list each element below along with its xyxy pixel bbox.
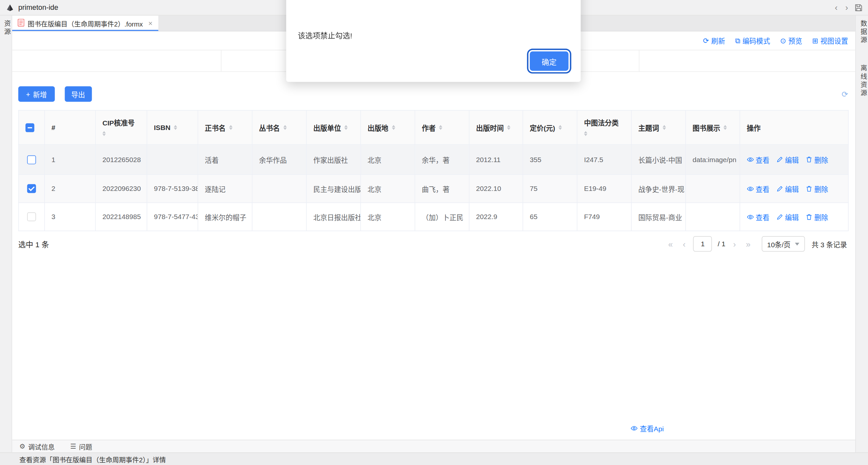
column-label: 正书名 [205,122,225,133]
cell-actions: 查看编辑删除 [740,174,848,203]
sort-icon[interactable] [559,123,562,132]
delete-link[interactable]: 删除 [805,211,828,222]
edit-link[interactable]: 编辑 [776,154,799,165]
column-label: 出版时间 [476,122,503,133]
close-icon[interactable]: × [149,19,153,27]
edit-link[interactable]: 编辑 [776,184,799,194]
form-file-icon [18,19,24,28]
column-header-clc[interactable]: 中图法分类 [577,110,632,145]
row-checkbox[interactable] [27,184,36,193]
select-all-checkbox[interactable] [26,123,34,132]
column-header-author[interactable]: 作者 [415,110,469,145]
right-rail: 数据源 离线资源 [855,15,868,452]
cell-author: 余华，著 [415,145,469,174]
edit-link[interactable]: 编辑 [776,211,799,222]
row-actions: 查看编辑删除 [747,154,841,165]
cell-isbn [147,145,198,174]
gear-icon: ⚙ [19,443,25,450]
cell-clc: F749 [577,203,632,231]
problems-button[interactable]: ☰ 问题 [70,441,92,451]
cell-cip: 2022148985 [95,203,147,231]
column-header-date[interactable]: 出版时间 [469,110,523,145]
toolbar-view-settings-button[interactable]: ⊞视图设置 [812,35,848,46]
sort-icon[interactable] [174,123,177,132]
chevron-down-icon [795,243,800,247]
first-page-button[interactable]: « [666,240,675,248]
column-header-isbn[interactable]: ISBN [147,110,198,145]
prev-page-button[interactable]: ‹ [681,240,688,248]
cell-isbn: 978-7-5139-38 [147,174,198,203]
delete-link[interactable]: 删除 [805,154,828,165]
app-logo-icon [6,3,14,12]
sidebar-item-resources[interactable]: 资源 [0,17,11,40]
sort-icon[interactable] [283,123,286,132]
tab-form-editor[interactable]: 图书在版编目（生命周期事件2）.formx × [12,15,158,31]
toolbar-refresh-button[interactable]: ⟳刷新 [703,35,725,46]
toolbar-label: 编码模式 [742,35,770,46]
last-page-button[interactable]: » [744,240,753,248]
cell-actions: 查看编辑删除 [740,145,848,174]
nav-forward-button[interactable]: › [844,3,849,11]
view-link[interactable]: 查看 [747,211,769,222]
sort-icon[interactable] [584,129,587,138]
column-header-image[interactable]: 图书展示 [686,110,740,145]
view-link[interactable]: 查看 [747,184,769,194]
sidebar-item-offline-resources[interactable]: 离线资源 [856,61,868,101]
column-header-price[interactable]: 定价(元) [523,110,577,145]
toolbar-preview-button[interactable]: ⊙预览 [780,35,802,46]
cell-publisher: 北京日报出版社 [307,203,361,231]
sort-icon[interactable] [662,123,666,132]
view-api-link[interactable]: 查看Api [630,423,663,434]
column-label: 图书展示 [693,122,720,133]
ok-button[interactable]: 确定 [530,52,568,71]
column-header-publisher[interactable]: 出版单位 [307,110,361,145]
table-row: 22022096230978-7-5139-38逐陆记民主与建设出版北京曲飞，著… [19,174,848,203]
tab-label: 图书在版编目（生命周期事件2）.formx [28,19,143,28]
refresh-icon: ⟳ [703,37,709,44]
cell-index: 2 [44,174,95,203]
sort-icon[interactable] [392,123,395,132]
table-refresh-icon[interactable]: ⟳ [841,90,848,98]
alert-dialog: 该选项禁止勾选! 确定 [286,0,581,82]
row-checkbox[interactable] [27,212,36,221]
toolbar-code-mode-button[interactable]: ⧉编码模式 [735,35,770,46]
column-label: # [52,124,55,131]
column-header-title[interactable]: 正书名 [198,110,252,145]
column-label: 主题词 [638,122,659,133]
action-label: 编辑 [785,184,799,194]
column-header-subject[interactable]: 主题词 [631,110,686,145]
sort-icon[interactable] [723,123,727,132]
sort-icon[interactable] [102,129,105,138]
cell-select [19,174,44,203]
next-page-button[interactable]: › [731,240,738,248]
delete-link[interactable]: 删除 [805,184,828,194]
cell-price: 75 [523,174,577,203]
cell-image [686,203,740,231]
eye-icon [747,156,754,163]
column-header-place[interactable]: 出版地 [361,110,415,145]
cell-subject: 国际贸易-商业 [631,203,686,231]
export-button[interactable]: 导出 [65,86,92,101]
save-icon[interactable] [855,4,862,11]
view-link[interactable]: 查看 [747,154,769,165]
left-rail: 资源 [0,15,12,452]
action-label: 删除 [814,211,828,222]
sort-icon[interactable] [507,123,510,132]
add-button[interactable]: + 新增 [18,86,55,101]
page-size-select[interactable]: 10条/页 [762,236,805,252]
sidebar-item-datasource[interactable]: 数据源 [856,17,868,48]
row-checkbox[interactable] [27,155,36,164]
dialog-message: 该选项禁止勾选! [298,30,352,41]
sort-icon[interactable] [344,123,347,132]
cell-title: 活着 [198,145,252,174]
column-header-cip[interactable]: CIP核准号 [95,110,147,145]
toolbar-label: 预览 [788,35,802,46]
sort-icon[interactable] [229,123,232,132]
nav-back-button[interactable]: ‹ [834,3,838,11]
debug-info-button[interactable]: ⚙ 调试信息 [19,441,55,451]
sort-icon[interactable] [439,123,442,132]
cell-index: 1 [44,145,95,174]
list-icon: ☰ [70,443,76,450]
page-input[interactable]: 1 [693,236,712,252]
column-header-series[interactable]: 丛书名 [252,110,307,145]
